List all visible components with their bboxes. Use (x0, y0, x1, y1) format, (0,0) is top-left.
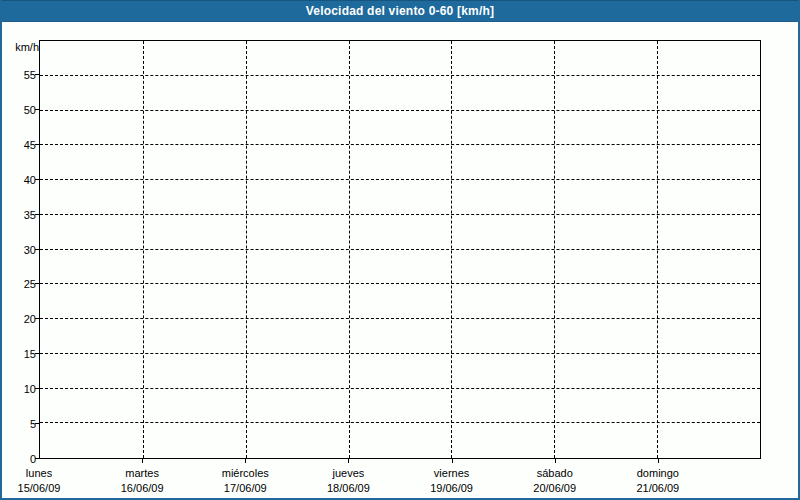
chart-plot-area (39, 40, 761, 459)
x-label-dayname: sábado (503, 466, 607, 481)
h-gridline (40, 249, 760, 250)
y-tick-label: 0 (2, 452, 36, 466)
y-tick-mark (35, 283, 39, 284)
v-gridline (451, 41, 452, 458)
v-gridline (143, 41, 144, 458)
h-gridline (40, 75, 760, 76)
x-label-dayname: domingo (606, 466, 710, 481)
x-axis-label: martes16/06/09 (90, 466, 194, 496)
y-tick-mark (35, 179, 39, 180)
x-tick-mark (658, 459, 659, 463)
x-label-date: 19/06/09 (400, 481, 504, 496)
x-label-date: 15/06/09 (0, 481, 91, 496)
y-tick-mark (35, 318, 39, 319)
v-gridline (349, 41, 350, 458)
x-axis-label: lunes15/06/09 (0, 466, 91, 496)
x-axis-label: viernes19/06/09 (400, 466, 504, 496)
h-gridline (40, 144, 760, 145)
x-label-date: 17/06/09 (193, 481, 297, 496)
x-label-dayname: viernes (400, 466, 504, 481)
x-label-dayname: miércoles (193, 466, 297, 481)
y-tick-label: 10 (2, 382, 36, 396)
x-axis-label: domingo21/06/09 (606, 466, 710, 496)
y-tick-label: 40 (2, 173, 36, 187)
h-gridline (40, 318, 760, 319)
y-tick-label: 45 (2, 138, 36, 152)
y-tick-mark (35, 388, 39, 389)
y-tick-label: 5 (2, 417, 36, 431)
y-tick-mark (35, 74, 39, 75)
h-gridline (40, 353, 760, 354)
x-tick-mark (245, 459, 246, 463)
y-axis-unit-label: km/h (2, 41, 39, 53)
x-tick-mark (555, 459, 556, 463)
x-tick-mark (452, 459, 453, 463)
y-tick-mark (35, 109, 39, 110)
x-label-dayname: jueves (296, 466, 400, 481)
y-tick-label: 55 (2, 68, 36, 82)
v-gridline (657, 41, 658, 458)
y-tick-label: 35 (2, 208, 36, 222)
x-axis-label: jueves18/06/09 (296, 466, 400, 496)
y-tick-label: 20 (2, 312, 36, 326)
h-gridline (40, 214, 760, 215)
y-tick-mark (35, 214, 39, 215)
x-label-date: 18/06/09 (296, 481, 400, 496)
x-tick-mark (142, 459, 143, 463)
y-tick-label: 25 (2, 277, 36, 291)
h-gridline (40, 422, 760, 423)
chart-title-bar: Velocidad del viento 0-60 [km/h] (2, 0, 798, 22)
y-tick-label: 30 (2, 243, 36, 257)
chart-title: Velocidad del viento 0-60 [km/h] (306, 4, 494, 18)
v-gridline (554, 41, 555, 458)
x-axis-label: sábado20/06/09 (503, 466, 607, 496)
h-gridline (40, 110, 760, 111)
chart-window: Velocidad del viento 0-60 [km/h] km/h 05… (0, 0, 800, 500)
h-gridline (40, 388, 760, 389)
y-tick-mark (35, 423, 39, 424)
x-label-date: 21/06/09 (606, 481, 710, 496)
x-axis-label: miércoles17/06/09 (193, 466, 297, 496)
x-tick-mark (348, 459, 349, 463)
x-label-date: 16/06/09 (90, 481, 194, 496)
h-gridline (40, 283, 760, 284)
y-tick-mark (35, 353, 39, 354)
h-gridline (40, 179, 760, 180)
y-tick-label: 50 (2, 103, 36, 117)
x-label-dayname: lunes (0, 466, 91, 481)
y-tick-mark (35, 458, 39, 459)
y-tick-mark (35, 144, 39, 145)
x-label-date: 20/06/09 (503, 481, 607, 496)
y-tick-label: 15 (2, 347, 36, 361)
x-label-dayname: martes (90, 466, 194, 481)
v-gridline (246, 41, 247, 458)
y-tick-mark (35, 249, 39, 250)
